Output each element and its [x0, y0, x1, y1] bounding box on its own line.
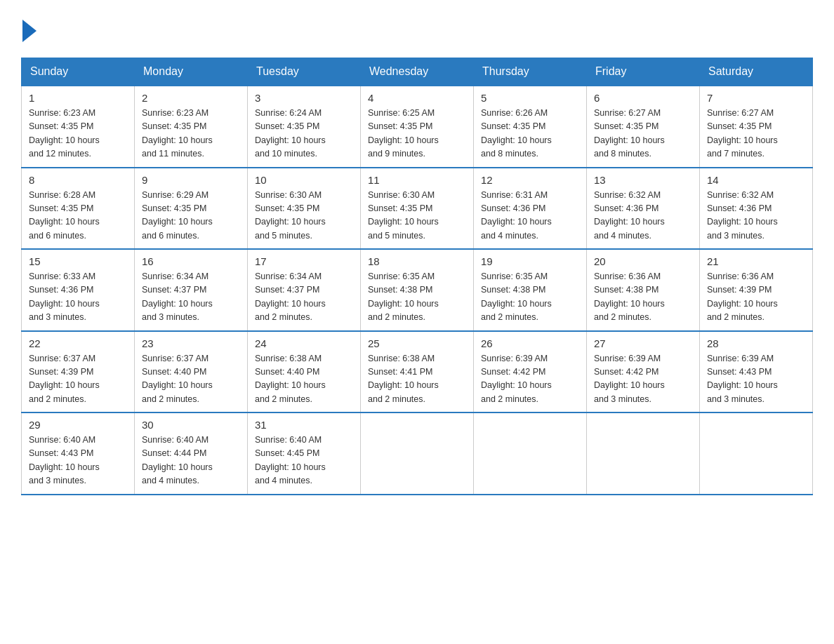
day-number: 2 — [142, 92, 240, 104]
day-number: 4 — [368, 92, 466, 104]
day-info: Sunrise: 6:40 AMSunset: 4:43 PMDaylight:… — [29, 434, 127, 488]
day-info: Sunrise: 6:37 AMSunset: 4:39 PMDaylight:… — [29, 352, 127, 407]
day-number: 5 — [481, 92, 579, 104]
day-number: 17 — [255, 255, 353, 267]
day-number: 9 — [142, 174, 240, 186]
day-info: Sunrise: 6:27 AMSunset: 4:35 PMDaylight:… — [594, 107, 692, 161]
calendar-cell: 6 Sunrise: 6:27 AMSunset: 4:35 PMDayligh… — [587, 86, 700, 168]
day-info: Sunrise: 6:27 AMSunset: 4:35 PMDaylight:… — [707, 107, 805, 161]
day-number: 10 — [255, 174, 353, 186]
day-info: Sunrise: 6:23 AMSunset: 4:35 PMDaylight:… — [142, 107, 240, 161]
weekday-header-saturday: Saturday — [700, 58, 813, 86]
day-number: 8 — [29, 174, 127, 186]
day-number: 28 — [707, 337, 805, 349]
calendar-cell — [361, 412, 474, 495]
day-number: 31 — [255, 419, 353, 431]
calendar-cell: 5 Sunrise: 6:26 AMSunset: 4:35 PMDayligh… — [474, 86, 587, 168]
day-info: Sunrise: 6:39 AMSunset: 4:43 PMDaylight:… — [707, 352, 805, 407]
calendar-cell: 25 Sunrise: 6:38 AMSunset: 4:41 PMDaylig… — [361, 331, 474, 413]
day-number: 6 — [594, 92, 692, 104]
weekday-header-tuesday: Tuesday — [248, 58, 361, 86]
day-info: Sunrise: 6:23 AMSunset: 4:35 PMDaylight:… — [29, 107, 127, 161]
calendar-cell: 18 Sunrise: 6:35 AMSunset: 4:38 PMDaylig… — [361, 249, 474, 331]
weekday-header-friday: Friday — [587, 58, 700, 86]
day-info: Sunrise: 6:25 AMSunset: 4:35 PMDaylight:… — [368, 107, 466, 161]
day-info: Sunrise: 6:40 AMSunset: 4:44 PMDaylight:… — [142, 434, 240, 488]
day-info: Sunrise: 6:30 AMSunset: 4:35 PMDaylight:… — [255, 189, 353, 243]
calendar-week-row: 1 Sunrise: 6:23 AMSunset: 4:35 PMDayligh… — [22, 86, 813, 168]
day-info: Sunrise: 6:26 AMSunset: 4:35 PMDaylight:… — [481, 107, 579, 161]
day-number: 14 — [707, 174, 805, 186]
day-number: 15 — [29, 255, 127, 267]
calendar-cell: 17 Sunrise: 6:34 AMSunset: 4:37 PMDaylig… — [248, 249, 361, 331]
day-number: 24 — [255, 337, 353, 349]
calendar-cell: 4 Sunrise: 6:25 AMSunset: 4:35 PMDayligh… — [361, 86, 474, 168]
calendar-cell: 20 Sunrise: 6:36 AMSunset: 4:38 PMDaylig… — [587, 249, 700, 331]
calendar-cell: 10 Sunrise: 6:30 AMSunset: 4:35 PMDaylig… — [248, 168, 361, 250]
calendar-week-row: 29 Sunrise: 6:40 AMSunset: 4:43 PMDaylig… — [22, 412, 813, 495]
day-info: Sunrise: 6:39 AMSunset: 4:42 PMDaylight:… — [594, 352, 692, 407]
day-info: Sunrise: 6:36 AMSunset: 4:39 PMDaylight:… — [707, 270, 805, 325]
day-info: Sunrise: 6:38 AMSunset: 4:40 PMDaylight:… — [255, 352, 353, 407]
day-number: 29 — [29, 419, 127, 431]
calendar-cell: 27 Sunrise: 6:39 AMSunset: 4:42 PMDaylig… — [587, 331, 700, 413]
weekday-header-thursday: Thursday — [474, 58, 587, 86]
day-info: Sunrise: 6:34 AMSunset: 4:37 PMDaylight:… — [255, 270, 353, 325]
day-number: 27 — [594, 337, 692, 349]
weekday-header-monday: Monday — [135, 58, 248, 86]
calendar-cell — [474, 412, 587, 495]
calendar-cell: 31 Sunrise: 6:40 AMSunset: 4:45 PMDaylig… — [248, 412, 361, 495]
day-info: Sunrise: 6:29 AMSunset: 4:35 PMDaylight:… — [142, 189, 240, 243]
day-info: Sunrise: 6:40 AMSunset: 4:45 PMDaylight:… — [255, 434, 353, 488]
logo — [21, 21, 38, 43]
calendar-cell: 2 Sunrise: 6:23 AMSunset: 4:35 PMDayligh… — [135, 86, 248, 168]
day-info: Sunrise: 6:31 AMSunset: 4:36 PMDaylight:… — [481, 189, 579, 243]
day-info: Sunrise: 6:35 AMSunset: 4:38 PMDaylight:… — [481, 270, 579, 325]
calendar-cell: 28 Sunrise: 6:39 AMSunset: 4:43 PMDaylig… — [700, 331, 813, 413]
day-info: Sunrise: 6:37 AMSunset: 4:40 PMDaylight:… — [142, 352, 240, 407]
calendar-cell: 26 Sunrise: 6:39 AMSunset: 4:42 PMDaylig… — [474, 331, 587, 413]
calendar-cell: 19 Sunrise: 6:35 AMSunset: 4:38 PMDaylig… — [474, 249, 587, 331]
day-info: Sunrise: 6:38 AMSunset: 4:41 PMDaylight:… — [368, 352, 466, 407]
day-number: 18 — [368, 255, 466, 267]
page-header — [21, 21, 813, 43]
calendar-cell: 29 Sunrise: 6:40 AMSunset: 4:43 PMDaylig… — [22, 412, 135, 495]
calendar-table: SundayMondayTuesdayWednesdayThursdayFrid… — [21, 58, 813, 495]
calendar-cell: 9 Sunrise: 6:29 AMSunset: 4:35 PMDayligh… — [135, 168, 248, 250]
day-number: 23 — [142, 337, 240, 349]
day-info: Sunrise: 6:28 AMSunset: 4:35 PMDaylight:… — [29, 189, 127, 243]
calendar-week-row: 22 Sunrise: 6:37 AMSunset: 4:39 PMDaylig… — [22, 331, 813, 413]
day-number: 26 — [481, 337, 579, 349]
day-number: 30 — [142, 419, 240, 431]
day-number: 12 — [481, 174, 579, 186]
day-number: 11 — [368, 174, 466, 186]
calendar-cell — [700, 412, 813, 495]
calendar-cell: 21 Sunrise: 6:36 AMSunset: 4:39 PMDaylig… — [700, 249, 813, 331]
calendar-cell: 14 Sunrise: 6:32 AMSunset: 4:36 PMDaylig… — [700, 168, 813, 250]
weekday-header-wednesday: Wednesday — [361, 58, 474, 86]
logo-triangle-icon — [22, 20, 37, 42]
day-number: 19 — [481, 255, 579, 267]
calendar-cell: 8 Sunrise: 6:28 AMSunset: 4:35 PMDayligh… — [22, 168, 135, 250]
calendar-cell: 23 Sunrise: 6:37 AMSunset: 4:40 PMDaylig… — [135, 331, 248, 413]
day-number: 7 — [707, 92, 805, 104]
day-info: Sunrise: 6:32 AMSunset: 4:36 PMDaylight:… — [594, 189, 692, 243]
day-number: 22 — [29, 337, 127, 349]
calendar-cell: 11 Sunrise: 6:30 AMSunset: 4:35 PMDaylig… — [361, 168, 474, 250]
calendar-cell: 7 Sunrise: 6:27 AMSunset: 4:35 PMDayligh… — [700, 86, 813, 168]
day-info: Sunrise: 6:39 AMSunset: 4:42 PMDaylight:… — [481, 352, 579, 407]
weekday-header-sunday: Sunday — [22, 58, 135, 86]
day-info: Sunrise: 6:33 AMSunset: 4:36 PMDaylight:… — [29, 270, 127, 325]
calendar-cell: 15 Sunrise: 6:33 AMSunset: 4:36 PMDaylig… — [22, 249, 135, 331]
day-number: 25 — [368, 337, 466, 349]
day-info: Sunrise: 6:30 AMSunset: 4:35 PMDaylight:… — [368, 189, 466, 243]
weekday-header-row: SundayMondayTuesdayWednesdayThursdayFrid… — [22, 58, 813, 86]
calendar-cell: 1 Sunrise: 6:23 AMSunset: 4:35 PMDayligh… — [22, 86, 135, 168]
calendar-week-row: 8 Sunrise: 6:28 AMSunset: 4:35 PMDayligh… — [22, 168, 813, 250]
calendar-cell: 16 Sunrise: 6:34 AMSunset: 4:37 PMDaylig… — [135, 249, 248, 331]
day-number: 13 — [594, 174, 692, 186]
day-info: Sunrise: 6:35 AMSunset: 4:38 PMDaylight:… — [368, 270, 466, 325]
calendar-cell: 24 Sunrise: 6:38 AMSunset: 4:40 PMDaylig… — [248, 331, 361, 413]
day-info: Sunrise: 6:32 AMSunset: 4:36 PMDaylight:… — [707, 189, 805, 243]
calendar-cell: 3 Sunrise: 6:24 AMSunset: 4:35 PMDayligh… — [248, 86, 361, 168]
